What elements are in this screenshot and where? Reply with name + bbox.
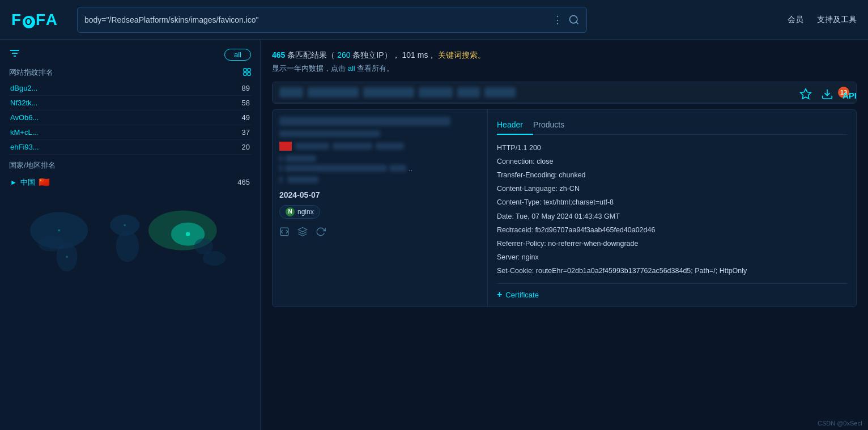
header-content: HTTP/1.1 200 Connection: close Transfer-… [497,142,847,278]
svg-point-22 [124,224,126,227]
search-bar: ⋮ [77,7,587,33]
header-line: Transfer-Encoding: chunked [497,169,847,182]
card-right-panel: Header Products HTTP/1.1 200 Connection:… [488,110,856,306]
result-card-main: .. 2024-05-07 N nginx [272,109,857,307]
download-button[interactable] [821,88,833,103]
search-input[interactable] [84,15,552,24]
plus-icon: + [497,289,502,300]
filter-icon[interactable] [9,49,20,61]
tab-products[interactable]: Products [533,117,575,135]
svg-rect-5 [244,69,246,71]
header-line: Connection: close [497,155,847,168]
result-ip-count: 260 [337,50,350,59]
header-line: Content-Type: text/html;charset=utf-8 [497,196,847,209]
flag-icon [279,142,292,151]
fingerprint-section-title: 网站指纹排名 [9,67,251,78]
card-actions-bottom [279,227,480,240]
cube-view-button[interactable] [297,227,308,240]
keyword-search-link[interactable]: 关键词搜索。 [438,50,486,59]
header-actions: API [799,88,857,103]
header-line: Redtraceid: fb2d96707aa94f3aab465fed40a0… [497,224,847,237]
certificate-link[interactable]: + Certificate [497,283,847,300]
country-section: 国家/地区排名 ► 中国 🇨🇳 465 [9,160,251,190]
result-line1: 465 条匹配结果（ 260 条独立IP）， 101 ms， 关键词搜索。 [272,49,857,62]
more-options-icon[interactable]: ⋮ [552,14,563,26]
navbar: FOFA ⋮ 会员 支持及工具 [0,0,868,40]
svg-point-14 [116,231,139,262]
main-container: all 网站指纹排名 dBgu2... 89 Nf32tk... 58 [0,40,868,430]
tab-header[interactable]: Header [497,117,533,135]
code-view-button[interactable] [279,227,290,240]
list-item[interactable]: ehFi93... 20 [9,140,251,155]
logo: FOFA [11,11,68,29]
results-header: 465 条匹配结果（ 260 条独立IP）， 101 ms， 关键词搜索。 显示… [272,49,857,75]
list-item[interactable]: AvOb6... 49 [9,110,251,125]
member-link[interactable]: 会员 [788,15,803,25]
card-body: .. 2024-05-07 N nginx [273,110,856,306]
list-item[interactable]: dBgu2... 89 [9,81,251,96]
svg-point-0 [570,15,577,23]
header-line: Set-Cookie: routeEhr=02db1a0a2f45993b137… [497,265,847,278]
nginx-badge: N nginx [279,205,320,219]
watermark: CSDN @0xSecI [818,420,862,427]
card-top-bar: 13 [273,82,856,103]
refresh-button[interactable] [316,227,326,240]
world-map [9,196,251,275]
result-card-1: 13 [272,82,857,104]
fingerprint-filter-icon[interactable] [243,68,251,78]
search-submit-icon[interactable] [568,14,580,25]
list-item[interactable]: kM+cL... 37 [9,125,251,140]
result-count: 465 [272,50,285,59]
sidebar: all 网站指纹排名 dBgu2... 89 Nf32tk... 58 [0,40,261,430]
nav-right: 会员 支持及工具 [788,15,857,25]
svg-rect-8 [248,73,250,75]
header-line: Content-Language: zh-CN [497,182,847,195]
svg-line-1 [576,22,578,24]
card-date: 2024-05-07 [279,190,480,199]
result-ms: 101 ms， [402,50,436,59]
api-label[interactable]: API [843,91,857,100]
svg-marker-23 [801,89,811,99]
tabs-row: Header Products [497,117,847,135]
all-data-link[interactable]: all [348,64,355,73]
svg-point-18 [203,251,226,266]
header-line: Server: nginx [497,251,847,264]
svg-point-21 [66,256,68,258]
svg-rect-7 [244,73,246,75]
chevron-icon: ► [10,178,17,186]
svg-point-20 [58,229,60,232]
result-line2: 显示一年内数据，点击 all 查看所有。 [272,62,857,75]
svg-rect-6 [248,69,250,71]
tools-link[interactable]: 支持及工具 [817,15,857,25]
header-line: Referrer-Policy: no-referrer-when-downgr… [497,237,847,250]
star-button[interactable] [799,88,812,103]
fingerprint-rank-list: dBgu2... 89 Nf32tk... 58 AvOb6... 49 kM+… [9,81,251,155]
country-section-title: 国家/地区排名 [9,160,251,171]
svg-point-19 [186,232,190,236]
sidebar-top: all [9,49,251,61]
header-line: Date: Tue, 07 May 2024 01:43:43 GMT [497,210,847,223]
svg-rect-25 [280,228,288,236]
content-area: API 465 条匹配结果（ 260 条独立IP）， 101 ms， 关键词搜索… [261,40,868,430]
list-item[interactable]: Nf32tk... 58 [9,96,251,110]
country-item-china[interactable]: ► 中国 🇨🇳 465 [9,174,251,190]
card-left-panel: .. 2024-05-07 N nginx [273,110,488,306]
header-line: HTTP/1.1 200 [497,142,847,155]
all-filter-badge[interactable]: all [224,49,251,61]
